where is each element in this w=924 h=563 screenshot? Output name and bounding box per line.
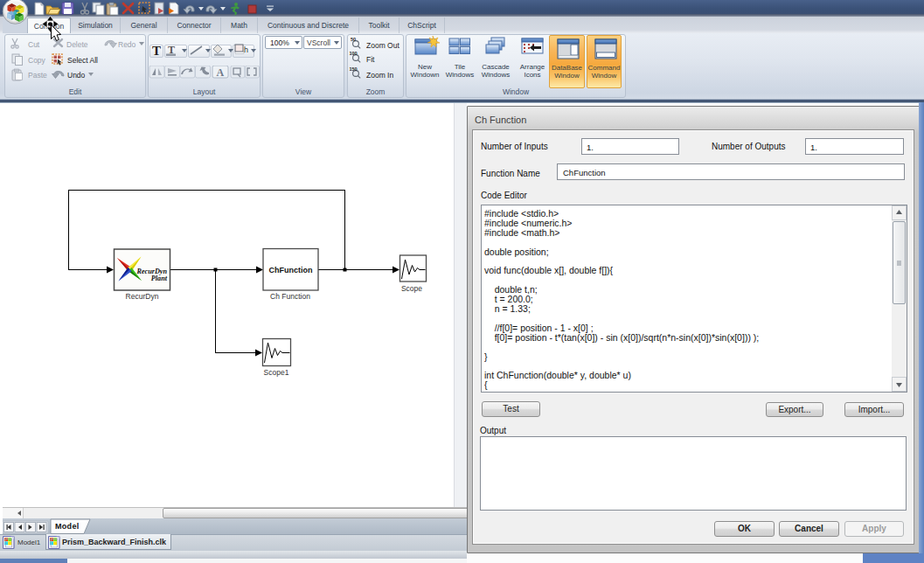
svg-text:Scope1: Scope1 bbox=[264, 368, 289, 377]
svg-text:ChFunction: ChFunction bbox=[269, 266, 313, 275]
svg-text:Scope: Scope bbox=[401, 284, 422, 293]
svg-text:RecurDyn: RecurDyn bbox=[126, 292, 159, 301]
svg-text:Ch Function: Ch Function bbox=[270, 292, 310, 301]
svg-text:Plant: Plant bbox=[151, 275, 168, 282]
